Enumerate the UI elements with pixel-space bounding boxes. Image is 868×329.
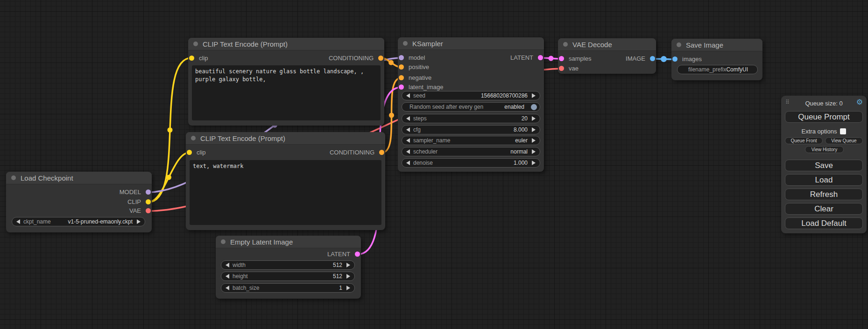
node-header[interactable]: Save Image xyxy=(671,39,762,51)
output-port-model[interactable] xyxy=(146,189,151,195)
clear-button[interactable]: Clear xyxy=(785,203,863,215)
input-label: clip xyxy=(197,149,206,155)
input-port-samples[interactable] xyxy=(559,56,564,61)
output-port-vae[interactable] xyxy=(146,208,151,213)
decrement-arrow-icon[interactable] xyxy=(406,161,410,165)
increment-arrow-icon[interactable] xyxy=(532,138,536,143)
random-seed-toggle-widget[interactable]: Random seed after every gen enabled xyxy=(402,102,540,112)
load-default-button[interactable]: Load Default xyxy=(785,217,863,229)
save-button[interactable]: Save xyxy=(785,160,863,171)
load-button[interactable]: Load xyxy=(785,174,863,186)
input-port-positive[interactable] xyxy=(399,64,404,70)
collapse-dot-icon[interactable] xyxy=(563,42,568,47)
widget-value: normal xyxy=(510,148,528,155)
increment-arrow-icon[interactable] xyxy=(532,161,536,165)
input-label: model xyxy=(409,55,425,61)
refresh-button[interactable]: Refresh xyxy=(785,189,863,200)
collapse-dot-icon[interactable] xyxy=(191,136,196,140)
batch-size-widget[interactable]: batch_size 1 xyxy=(221,283,355,293)
increment-arrow-icon[interactable] xyxy=(346,286,350,290)
decrement-arrow-icon[interactable] xyxy=(406,127,410,132)
denoise-widget[interactable]: denoise 1.000 xyxy=(402,158,540,168)
input-label: samples xyxy=(569,56,591,62)
steps-widget[interactable]: steps 20 xyxy=(402,114,540,123)
node-title: CLIP Text Encode (Prompt) xyxy=(200,134,285,142)
prompt-textarea[interactable]: beautiful scenery nature glass bottle la… xyxy=(192,65,381,120)
collapse-dot-icon[interactable] xyxy=(677,42,681,47)
output-port-latent[interactable] xyxy=(538,55,543,60)
increment-arrow-icon[interactable] xyxy=(532,116,536,121)
input-port-model[interactable] xyxy=(399,55,404,60)
toggle-circle-icon[interactable] xyxy=(531,104,537,110)
output-label: CONDITIONING xyxy=(329,55,374,61)
collapse-dot-icon[interactable] xyxy=(11,175,16,180)
collapse-dot-icon[interactable] xyxy=(193,42,198,46)
output-port-latent[interactable] xyxy=(355,252,360,257)
node-header[interactable]: CLIP Text Encode (Prompt) xyxy=(186,132,385,145)
decrement-arrow-icon[interactable] xyxy=(226,263,229,267)
queue-prompt-button[interactable]: Queue Prompt xyxy=(785,111,863,123)
increment-arrow-icon[interactable] xyxy=(532,127,536,132)
decrement-arrow-icon[interactable] xyxy=(406,93,410,98)
input-label: clip xyxy=(199,55,208,61)
output-port-clip[interactable] xyxy=(146,199,151,204)
decrement-arrow-icon[interactable] xyxy=(406,116,410,121)
node-title: VAE Decode xyxy=(572,41,612,49)
decrement-arrow-icon[interactable] xyxy=(16,219,20,224)
increment-arrow-icon[interactable] xyxy=(532,149,536,154)
node-header[interactable]: VAE Decode xyxy=(558,38,656,51)
node-clip-text-encode-negative[interactable]: CLIP Text Encode (Prompt) clip CONDITION… xyxy=(186,132,385,230)
output-label: VAE xyxy=(129,208,141,214)
input-port-images[interactable] xyxy=(672,56,677,62)
filename-prefix-widget[interactable]: filename_prefix ComfyUI xyxy=(677,65,758,74)
node-header[interactable]: Load Checkpoint xyxy=(6,172,152,184)
input-port-vae[interactable] xyxy=(559,66,564,71)
input-port-clip[interactable] xyxy=(187,150,192,155)
decrement-arrow-icon[interactable] xyxy=(226,286,229,290)
view-history-button[interactable]: View History xyxy=(805,146,844,153)
node-title: Save Image xyxy=(686,41,723,49)
collapse-dot-icon[interactable] xyxy=(221,239,226,244)
node-load-checkpoint[interactable]: Load Checkpoint MODEL CLIP VAE ckpt_name… xyxy=(6,172,152,232)
node-ksampler[interactable]: KSampler model positive negative latent_… xyxy=(398,37,544,172)
increment-arrow-icon[interactable] xyxy=(137,219,141,224)
ckpt-name-widget[interactable]: ckpt_name v1-5-pruned-emaonly.ckpt xyxy=(12,217,145,226)
output-port-conditioning[interactable] xyxy=(378,56,383,61)
scheduler-widget[interactable]: scheduler normal xyxy=(402,147,540,156)
height-widget[interactable]: height 512 xyxy=(221,272,355,281)
collapse-dot-icon[interactable] xyxy=(403,41,408,46)
width-widget[interactable]: width 512 xyxy=(221,260,355,270)
node-clip-text-encode-positive[interactable]: CLIP Text Encode (Prompt) clip CONDITION… xyxy=(188,38,384,126)
node-header[interactable]: CLIP Text Encode (Prompt) xyxy=(188,38,384,50)
increment-arrow-icon[interactable] xyxy=(346,263,350,267)
output-port-conditioning[interactable] xyxy=(379,150,384,155)
node-header[interactable]: Empty Latent Image xyxy=(216,236,361,248)
extra-options-checkbox[interactable] xyxy=(840,128,846,134)
widget-value: 8.000 xyxy=(514,126,528,133)
output-label: CLIP xyxy=(127,199,141,205)
widget-value: 1 xyxy=(339,285,342,291)
view-queue-button[interactable]: View Queue xyxy=(825,137,863,144)
node-vae-decode[interactable]: VAE Decode samples vae IMAGE xyxy=(558,38,656,74)
decrement-arrow-icon[interactable] xyxy=(226,274,229,279)
input-port-latent-image[interactable] xyxy=(399,84,404,90)
node-header[interactable]: KSampler xyxy=(398,37,544,50)
gear-icon[interactable]: ⚙ xyxy=(856,98,863,106)
queue-front-button[interactable]: Queue Front xyxy=(785,137,823,144)
increment-arrow-icon[interactable] xyxy=(346,274,350,279)
decrement-arrow-icon[interactable] xyxy=(406,138,410,143)
comfyui-canvas[interactable]: { "port_colors": { "MODEL": "#B39DDB", "… xyxy=(0,0,868,329)
input-port-negative[interactable] xyxy=(399,75,404,80)
cfg-widget[interactable]: cfg 8.000 xyxy=(402,125,540,134)
increment-arrow-icon[interactable] xyxy=(532,93,536,98)
output-label: LATENT xyxy=(510,55,533,61)
node-empty-latent-image[interactable]: Empty Latent Image LATENT width 512 heig… xyxy=(216,236,361,299)
node-save-image[interactable]: Save Image images filename_prefix ComfyU… xyxy=(671,39,762,80)
widget-label: ckpt_name xyxy=(23,218,51,225)
sampler-name-widget[interactable]: sampler_name euler xyxy=(402,136,540,145)
output-port-image[interactable] xyxy=(650,56,655,61)
seed-widget[interactable]: seed 156680208700286 xyxy=(402,91,540,100)
decrement-arrow-icon[interactable] xyxy=(406,149,410,154)
prompt-textarea[interactable]: text, watermark xyxy=(190,160,381,225)
input-port-clip[interactable] xyxy=(189,56,194,61)
